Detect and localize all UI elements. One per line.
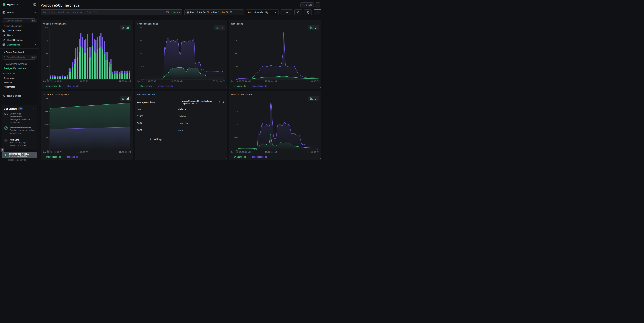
help-button[interactable]: ? xyxy=(0,148,4,152)
sidebar-item-search[interactable]: Search xyxy=(0,10,38,15)
sql-toggle[interactable]: SQL xyxy=(166,11,170,14)
chevron-up-icon[interactable] xyxy=(34,44,36,45)
event-search-input[interactable] xyxy=(42,11,164,14)
sidebar-item-label: Alerts xyxy=(7,34,13,36)
saved-dashboards-input[interactable]: Saved Dashboards ⌘K xyxy=(2,55,37,60)
panel-title[interactable]: Disc blocks read xyxy=(231,93,252,96)
resize-handle[interactable] xyxy=(320,87,321,88)
bar-chart-icon[interactable] xyxy=(126,97,129,100)
bar-chart-icon[interactable] xyxy=(315,97,318,100)
bar-chart-icon[interactable] xyxy=(315,26,318,29)
resize-handle[interactable] xyxy=(131,87,132,88)
legend-item-production_db: production_db xyxy=(249,156,267,158)
sidebar-item-kubernetes[interactable]: Kubernetes xyxy=(0,84,38,89)
disc-blocks-read-chart[interactable] xyxy=(238,98,319,150)
table-row[interactable]: 314071fetched xyxy=(137,113,225,120)
granularity-select[interactable]: Auto Granularity xyxy=(246,10,278,15)
line-chart-icon[interactable] xyxy=(310,97,313,100)
line-chart-icon[interactable] xyxy=(216,26,219,29)
chevron-up-icon[interactable] xyxy=(33,108,35,109)
divider xyxy=(0,16,38,16)
panel-title[interactable]: Database size growth xyxy=(43,93,69,96)
panel-title[interactable]: Rollbacks xyxy=(231,22,243,25)
panel-title[interactable]: Row operations xyxy=(137,93,156,96)
get-started-step-add-data[interactable]: 3 Add Data Start sending logs, metrics, … xyxy=(4,138,35,147)
sidebar-item-team-settings[interactable]: Team Settings xyxy=(0,93,38,98)
download-icon[interactable] xyxy=(222,101,225,104)
resize-handle[interactable] xyxy=(225,87,226,88)
y-axis-tick: 750 xyxy=(234,40,238,42)
sidebar-item-label: Client Sessions xyxy=(7,39,22,41)
transaction-rate-chart[interactable] xyxy=(144,28,225,80)
bar-chart-icon[interactable] xyxy=(126,26,129,29)
live-button[interactable]: Live xyxy=(280,10,292,15)
get-started-title: Get Started xyxy=(4,108,16,110)
resize-handle[interactable] xyxy=(225,158,226,159)
step-title: Connect to ClickHouse xyxy=(10,112,32,118)
x-axis-tick: 11:00:00 AM xyxy=(265,80,277,82)
saved-searches-input[interactable]: Saved Searches ⌘K xyxy=(2,18,37,23)
chart-type-toggle xyxy=(214,25,225,30)
table-row[interactable]: 3064inserted xyxy=(137,120,225,127)
date-range-picker[interactable]: Nov 10 00:00:00 - Nov 11 00:00:00 xyxy=(184,10,244,15)
step-desc: Start sending logs, metrics, or traces xyxy=(10,141,31,147)
column-header[interactable]: Row Operations xyxy=(137,101,178,104)
swap-columns-icon[interactable] xyxy=(218,101,220,104)
brand-row: HyperDX xyxy=(0,2,38,6)
search-icon xyxy=(4,20,6,22)
query-language-toggle[interactable]: SQL | Lucene xyxy=(166,11,180,14)
line-chart-icon[interactable] xyxy=(122,97,124,100)
sidebar-item-services[interactable]: Services xyxy=(0,80,38,84)
saved-searches-placeholder: Saved Searches xyxy=(7,20,22,22)
sidebar-collapse-icon[interactable] xyxy=(33,3,36,6)
sidebar-item-postgresql-metrics[interactable]: PostgreSQL metrics xyxy=(0,66,38,70)
tags-button[interactable]: 0 Tags xyxy=(300,2,314,8)
user-menu[interactable]: D dominic.tran@clic... dominic.tran@clic… xyxy=(2,152,37,158)
legend-item-staging_db: staging_db xyxy=(231,85,246,87)
create-dashboard-button[interactable]: + Create Dashboard xyxy=(0,50,38,54)
chevron-up-icon[interactable] xyxy=(34,12,36,13)
refresh-icon xyxy=(297,11,300,14)
search-icon xyxy=(4,56,6,58)
user-email: dominic.tran@clickho... xyxy=(9,155,29,157)
get-started-step-sources[interactable]: Create Data Sources Configure where your… xyxy=(4,126,35,134)
x-axis-tick: 11:00:00 AM xyxy=(76,80,88,82)
bar-chart-icon[interactable] xyxy=(221,26,223,29)
filter-button[interactable] xyxy=(304,10,312,15)
refresh-button[interactable] xyxy=(294,10,302,15)
sidebar-item-dashboards[interactable]: Dashboards xyxy=(0,42,38,47)
section-presets[interactable]: PRESETS xyxy=(0,72,38,76)
sidebar-item-label: Team Settings xyxy=(7,94,21,97)
sidebar-item-client-sessions[interactable]: Client Sessions xyxy=(0,38,38,42)
table-row[interactable]: 1871updated xyxy=(137,127,225,134)
get-started-step-connect[interactable]: Connect to ClickHouse Set up your databa… xyxy=(4,112,35,124)
panel-active-connections: Active connections 1007550250 Nov 10 12:… xyxy=(40,20,133,89)
active-connections-chart[interactable] xyxy=(50,28,130,80)
run-query-button[interactable] xyxy=(314,10,321,15)
calendar-icon xyxy=(186,11,189,14)
panel-title[interactable]: Active connections xyxy=(43,22,67,25)
y-axis-tick: 50 xyxy=(46,52,50,54)
lucene-toggle[interactable]: Lucene xyxy=(173,11,180,14)
column-header[interactable]: arrayElement(Attributes, 'operation') xyxy=(182,100,215,105)
sidebar-item-clickhouse[interactable]: ClickHouse xyxy=(0,76,38,80)
event-search-box[interactable]: SQL | Lucene xyxy=(40,10,182,15)
resize-handle[interactable] xyxy=(131,158,132,159)
sidebar-item-alerts[interactable]: Alerts xyxy=(0,33,38,38)
rollbacks-chart[interactable] xyxy=(238,28,319,80)
x-axis-tick: Nov 10 12:00:00 AM xyxy=(137,80,156,82)
step-desc: Configure where your data comes from xyxy=(10,129,35,134)
section-saved-dashboards[interactable]: SAVED DASHBOARDS xyxy=(0,62,38,66)
line-chart-icon[interactable] xyxy=(122,26,124,29)
x-axis-tick: 11:00:00 AM xyxy=(171,80,182,82)
panel-title[interactable]: Transaction rate xyxy=(137,22,158,25)
database-size-growth-chart[interactable] xyxy=(50,98,130,150)
more-options-button[interactable]: ⋮ xyxy=(315,2,320,8)
line-chart-icon[interactable] xyxy=(310,26,313,29)
table-row[interactable]: 308deleted xyxy=(137,106,225,113)
row-operations-table: Row Operations arrayElement(Attributes, … xyxy=(137,100,225,134)
sidebar-item-chart-explorer[interactable]: Chart Explorer xyxy=(0,28,38,33)
y-axis-tick: 15B xyxy=(45,110,50,113)
resize-handle[interactable] xyxy=(320,158,321,159)
column-divider xyxy=(178,101,178,104)
